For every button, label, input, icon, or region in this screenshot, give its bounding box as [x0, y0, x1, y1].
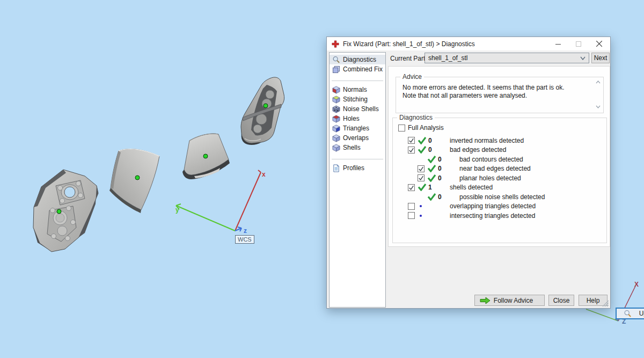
resize-grip[interactable]: [602, 300, 609, 307]
magnifier-icon: [332, 56, 341, 64]
diagnostic-checkbox[interactable]: [408, 147, 415, 154]
diagnostic-count: 0: [428, 137, 450, 144]
cube-red-top-icon: [332, 115, 341, 123]
diagnostic-label: inverted normals detected: [450, 137, 524, 144]
fix-wizard-dialog: Fix Wizard (Part: shell_1_of_stl) > Diag…: [326, 36, 611, 309]
maximize-button[interactable]: [568, 37, 589, 50]
next-button[interactable]: Next: [591, 53, 610, 63]
close-icon: [596, 41, 602, 47]
diagnostic-checkbox[interactable]: [408, 212, 415, 219]
corner-axis-x-label: X: [634, 281, 639, 288]
sidebar-divider: [332, 81, 383, 81]
diagnostic-row: 1shells detected: [393, 183, 606, 193]
model-bracket-shell[interactable]: [33, 170, 98, 252]
advice-scrollbar[interactable]: [594, 81, 602, 108]
sidebar-item-noise-shells[interactable]: Noise Shells: [330, 104, 385, 114]
diagnostic-count: 0: [438, 156, 459, 163]
sidebar-item-label: Diagnostics: [343, 56, 376, 63]
status-check-icon: [418, 184, 428, 191]
sidebar-item-normals[interactable]: Normals: [330, 85, 385, 94]
diagnostic-checkbox[interactable]: [408, 137, 415, 144]
sidebar-item-profiles[interactable]: Profiles: [330, 163, 385, 173]
axis-x-label: x: [262, 171, 266, 178]
cube-blue-face-icon: [332, 125, 341, 133]
sidebar-item-label: Overlaps: [343, 134, 369, 142]
scroll-up-icon[interactable]: [596, 81, 601, 84]
diagnostic-row: 0planar holes detected: [393, 173, 606, 183]
sidebar-item-combined-fix[interactable]: Combined Fix: [330, 64, 385, 74]
diagnostic-count: 0: [438, 174, 459, 182]
cube-dotted-icon: [332, 105, 341, 113]
sidebar-item-label: Normals: [343, 86, 367, 93]
status-check-icon: [427, 193, 438, 201]
diagnostic-label: planar holes detected: [459, 174, 521, 182]
model-cone-shell[interactable]: [182, 134, 230, 179]
diagnostic-checkbox[interactable]: [418, 165, 425, 172]
diagnostic-count: 0: [438, 193, 459, 201]
diagnostic-label: possible noise shells detected: [459, 193, 545, 201]
scroll-down-icon[interactable]: [596, 105, 601, 108]
shell-marker: [203, 154, 208, 158]
sidebar-item-overlaps[interactable]: Overlaps: [330, 133, 385, 143]
sidebar-item-diagnostics[interactable]: Diagnostics: [330, 55, 385, 64]
diagnostic-row: 0inverted normals detected: [393, 136, 606, 145]
shell-marker: [57, 209, 61, 214]
follow-advice-button[interactable]: Follow Advice: [474, 295, 545, 306]
current-part-value: shell_1_of_stl: [428, 54, 467, 62]
minimize-icon: [555, 41, 561, 47]
wcs-axes: [176, 170, 261, 231]
diagnostic-label: intersecting triangles detected: [450, 212, 535, 220]
advice-text: No more errors are detected. It seems th…: [402, 84, 580, 100]
status-check-icon: [427, 156, 438, 163]
diagnostics-rows: 0inverted normals detected0bad edges det…: [393, 136, 606, 221]
model-nose-cone[interactable]: [241, 77, 284, 145]
sidebar-item-label: Shells: [343, 144, 361, 151]
sidebar-item-label: Stitching: [343, 96, 368, 103]
chevron-down-icon: [580, 56, 586, 60]
cube-red-front-icon: [332, 86, 341, 94]
diagnostic-checkbox[interactable]: [418, 174, 425, 181]
sidebar-item-holes[interactable]: Holes: [330, 114, 385, 123]
magnifier-icon: [624, 310, 632, 318]
update-button[interactable]: Update: [616, 308, 644, 319]
shell-marker: [264, 104, 268, 108]
diagnostic-count: 1: [428, 184, 450, 191]
sidebar-item-label: Combined Fix: [343, 65, 383, 73]
status-check-icon: [427, 165, 438, 172]
sidebar-item-triangles[interactable]: Triangles: [330, 123, 385, 133]
through-hole: [64, 187, 75, 198]
minimize-button[interactable]: [548, 37, 568, 50]
document-icon: [332, 164, 341, 172]
diagnostic-row: intersecting triangles detected: [393, 211, 606, 221]
full-analysis-checkbox[interactable]: [398, 125, 405, 131]
sidebar-item-label: Triangles: [343, 125, 369, 132]
close-button[interactable]: [589, 37, 609, 50]
diagnostic-label: bad contours detected: [459, 156, 523, 163]
diagnostic-row: 0bad contours detected: [393, 155, 606, 164]
advice-groupbox: Advice No more errors are detected. It s…: [396, 77, 604, 113]
dialog-title: Fix Wizard (Part: shell_1_of_stl) > Diag…: [343, 40, 475, 48]
current-part-dropdown[interactable]: shell_1_of_stl: [425, 53, 589, 63]
current-part-label: Current Part:: [390, 55, 427, 62]
diagnostics-groupbox: Diagnostics Full Analysis 0inverted norm…: [392, 118, 607, 243]
diagnostic-label: bad edges detected: [450, 146, 506, 154]
combined-fix-cubes-icon: [332, 65, 341, 74]
green-arrow-icon: [480, 297, 491, 304]
diagnostic-checkbox[interactable]: [408, 184, 415, 191]
dialog-titlebar[interactable]: Fix Wizard (Part: shell_1_of_stl) > Diag…: [327, 37, 610, 50]
shell-marker: [135, 176, 140, 180]
close-dialog-button[interactable]: Close: [548, 295, 574, 306]
diagnostic-label: shells detected: [450, 184, 493, 191]
diagnostic-label: overlapping triangles detected: [450, 202, 536, 210]
diagnostics-title: Diagnostics: [397, 114, 435, 121]
status-dot-icon: [418, 205, 428, 207]
cube-plain-icon: [332, 134, 341, 142]
sidebar-item-stitching[interactable]: Stitching: [330, 94, 385, 104]
sidebar-divider: [332, 159, 383, 159]
model-curved-shell[interactable]: [109, 149, 159, 213]
sidebar-item-shells[interactable]: Shells: [330, 143, 385, 152]
diagnostic-checkbox[interactable]: [408, 203, 415, 210]
diagnostic-row: 0possible noise shells detected: [393, 192, 606, 202]
sidebar-item-label: Holes: [343, 115, 360, 122]
sidebar-item-label: Noise Shells: [343, 105, 379, 113]
